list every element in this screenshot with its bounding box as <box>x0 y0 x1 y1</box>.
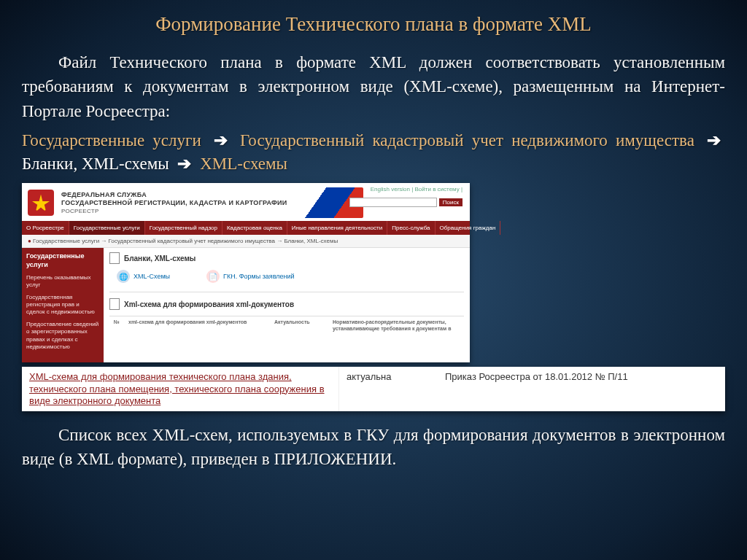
search-box[interactable]: Поиск <box>349 198 462 207</box>
nav-item[interactable]: Иные направления деятельности <box>287 221 387 235</box>
th-docs: Нормативно-распорядительные документы, у… <box>328 316 464 335</box>
bc-item-1: Государственные услуги <box>22 131 201 149</box>
page-heading-text: Бланки, XML-схемы <box>124 254 196 262</box>
org-sub: РОСРЕЕСТР <box>61 208 287 215</box>
bc-path[interactable]: Государственные услуги → Государственный… <box>33 238 338 244</box>
bc-item-4: XML-схемы <box>200 155 287 173</box>
document-icon <box>109 298 120 310</box>
link-xml-schemas[interactable]: 🌐 XML-Схемы <box>117 270 170 283</box>
page-heading: Бланки, XML-схемы <box>109 252 464 264</box>
sidebar-item[interactable]: Государственная регистрация прав и сдело… <box>26 294 99 316</box>
document-icon <box>109 252 120 264</box>
nav-item[interactable]: Кадастровая оценка <box>222 221 287 235</box>
th-num: № <box>109 316 124 335</box>
bc-item-3: Бланки, XML-схемы <box>22 155 169 173</box>
website-header: ФЕДЕРАЛЬНАЯ СЛУЖБА ГОСУДАРСТВЕННОЙ РЕГИС… <box>22 183 470 221</box>
org-name: ФЕДЕРАЛЬНАЯ СЛУЖБА ГОСУДАРСТВЕННОЙ РЕГИС… <box>61 191 287 215</box>
breadcrumb-strip: ● Государственные услуги → Государственн… <box>22 235 470 248</box>
globe-icon: 🌐 <box>117 270 130 283</box>
th-schema: xml-схема для формирования xml-документо… <box>124 316 270 335</box>
org-line: ГОСУДАРСТВЕННОЙ РЕГИСТРАЦИИ, КАДАСТРА И … <box>61 199 287 207</box>
content-area: Бланки, XML-схемы 🌐 XML-Схемы 📄 ГКН. Фор… <box>104 248 470 362</box>
sub-heading-text: Xml-схема для формирования xml-документо… <box>124 300 294 308</box>
th-actual: Актуальность <box>270 316 328 335</box>
doc-icon: 📄 <box>206 270 220 283</box>
nav-item[interactable]: Обращения граждан <box>436 221 501 235</box>
nav-item[interactable]: Государственный надзор <box>145 221 222 235</box>
closing-paragraph: Список всех XML-схем, используемых в ГКУ… <box>22 423 725 472</box>
sidebar: Государственные услуги Перечень оказывае… <box>22 248 104 362</box>
bc-item-2: Государственный кадастровый учет недвижи… <box>240 131 694 149</box>
sub-heading: Xml-схема для формирования xml-документо… <box>109 292 464 310</box>
sidebar-item[interactable]: Предоставление сведений о зарегистрирова… <box>26 321 99 351</box>
schema-name-link[interactable]: XML-схема для формирования технического … <box>22 367 339 411</box>
nav-item[interactable]: Государственные услуги <box>69 221 145 235</box>
emblem-icon <box>28 190 54 216</box>
org-line: ФЕДЕРАЛЬНАЯ СЛУЖБА <box>61 191 287 199</box>
website-body: Государственные услуги Перечень оказывае… <box>22 248 470 362</box>
intro-paragraph: Файл Технического плана в формате XML до… <box>22 50 725 123</box>
arrow-icon: ➔ <box>703 131 725 149</box>
search-input[interactable] <box>349 198 437 207</box>
link-label: XML-Схемы <box>133 273 170 280</box>
regulation-value: Приказ Росреестра от 18.01.2012 № П/11 <box>438 367 725 411</box>
links-row: 🌐 XML-Схемы 📄 ГКН. Формы заявлений <box>109 270 464 283</box>
arrow-icon: ➔ <box>173 155 196 173</box>
main-nav[interactable]: О Росреестре Государственные услуги Госу… <box>22 221 470 235</box>
nav-item[interactable]: Пресс-служба <box>387 221 435 235</box>
breadcrumb-row: Государственные услуги ➔ Государственный… <box>22 129 725 176</box>
link-label: ГКН. Формы заявлений <box>223 273 295 280</box>
table-header: № xml-схема для формирования xml-докумен… <box>109 316 464 335</box>
home-icon[interactable]: ● <box>28 238 31 244</box>
link-gkn-forms[interactable]: 📄 ГКН. Формы заявлений <box>206 270 295 283</box>
sidebar-head: Государственные услуги <box>26 252 99 269</box>
top-links[interactable]: English version | Войти в систему | <box>371 186 462 192</box>
arrow-icon: ➔ <box>209 131 232 149</box>
status-value: актуальна <box>339 367 438 411</box>
search-button[interactable]: Поиск <box>439 198 462 206</box>
slide-title: Формирование Технического плана в формат… <box>0 0 747 36</box>
table-row-excerpt: XML-схема для формирования технического … <box>22 367 725 411</box>
nav-item[interactable]: О Росреестре <box>22 221 69 235</box>
sidebar-item[interactable]: Перечень оказываемых услуг <box>26 274 99 289</box>
website-screenshot: ФЕДЕРАЛЬНАЯ СЛУЖБА ГОСУДАРСТВЕННОЙ РЕГИС… <box>22 183 470 362</box>
